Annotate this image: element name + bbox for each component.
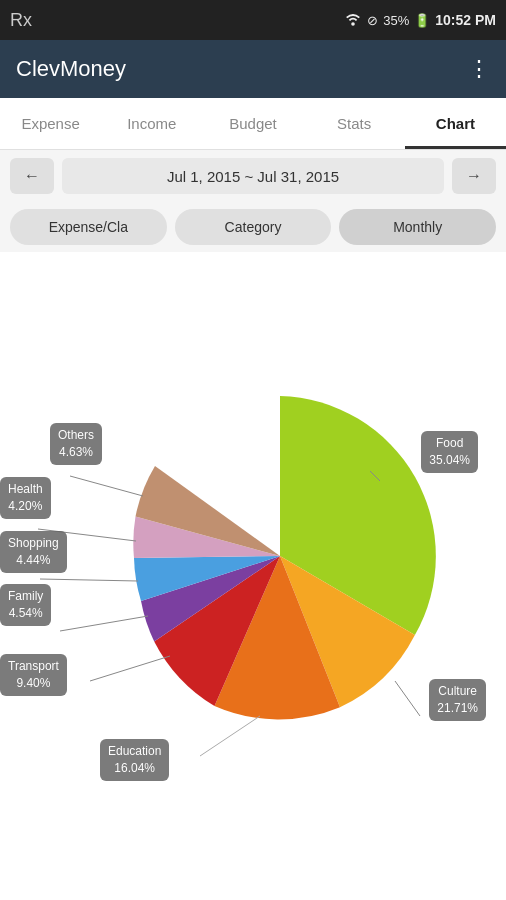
line-culture	[395, 681, 420, 716]
chart-area: Food 35.04% Culture 21.71% Education 16.…	[0, 252, 506, 850]
top-bar: ClevMoney ⋮	[0, 40, 506, 98]
status-bar: Rx ⊘ 35% 🔋 10:52 PM	[0, 0, 506, 40]
tab-expense[interactable]: Expense	[0, 98, 101, 149]
filter-bar: Expense/Cla Category Monthly	[0, 202, 506, 252]
label-shopping: Shopping 4.44%	[0, 531, 67, 573]
block-icon: ⊘	[367, 13, 378, 28]
tab-chart[interactable]: Chart	[405, 98, 506, 149]
line-education	[200, 716, 260, 756]
label-food: Food 35.04%	[421, 431, 478, 473]
battery-label: 35%	[383, 13, 409, 28]
time-display: 10:52 PM	[435, 12, 496, 28]
label-family: Family 4.54%	[0, 584, 51, 626]
menu-button[interactable]: ⋮	[468, 56, 490, 82]
line-others	[70, 476, 143, 496]
label-education: Education 16.04%	[100, 739, 169, 781]
label-culture: Culture 21.71%	[429, 679, 486, 721]
wifi-icon	[344, 12, 362, 29]
next-button[interactable]: →	[452, 158, 496, 194]
tab-income[interactable]: Income	[101, 98, 202, 149]
line-shopping	[40, 579, 138, 581]
date-range-display: Jul 1, 2015 ~ Jul 31, 2015	[62, 158, 444, 194]
label-transport: Transport 9.40%	[0, 654, 67, 696]
line-family	[60, 616, 148, 631]
svg-point-0	[351, 22, 355, 26]
pie-chart-container: Food 35.04% Culture 21.71% Education 16.…	[0, 261, 506, 841]
filter-monthly[interactable]: Monthly	[339, 209, 496, 245]
app-title: ClevMoney	[16, 56, 468, 82]
filter-category[interactable]: Category	[175, 209, 332, 245]
label-others: Others 4.63%	[50, 423, 102, 465]
battery-icon: 🔋	[414, 13, 430, 28]
tab-bar: Expense Income Budget Stats Chart	[0, 98, 506, 150]
line-transport	[90, 656, 170, 681]
filter-expense-cla[interactable]: Expense/Cla	[10, 209, 167, 245]
label-health: Health 4.20%	[0, 477, 51, 519]
pie-chart-svg	[0, 261, 506, 841]
date-navigation: ← Jul 1, 2015 ~ Jul 31, 2015 →	[0, 150, 506, 202]
tab-budget[interactable]: Budget	[202, 98, 303, 149]
app-status-icon: Rx	[10, 10, 32, 31]
tab-stats[interactable]: Stats	[304, 98, 405, 149]
prev-button[interactable]: ←	[10, 158, 54, 194]
